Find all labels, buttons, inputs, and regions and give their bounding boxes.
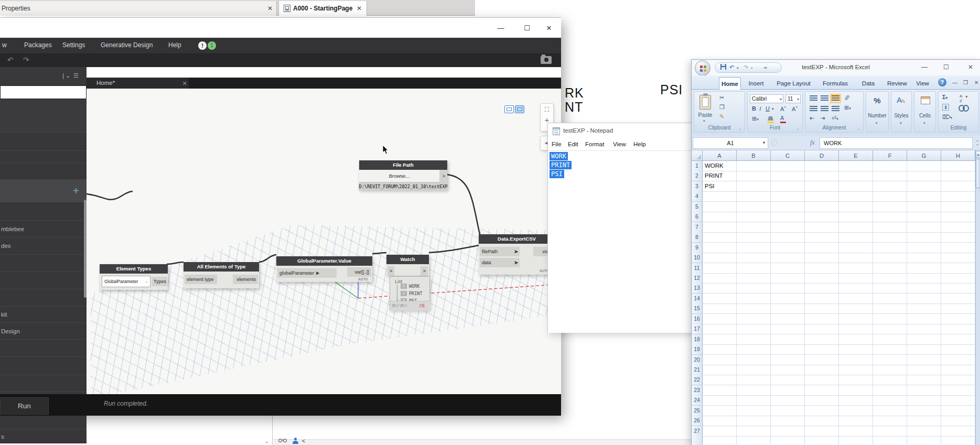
menu-item-view[interactable]: View [613,141,626,147]
column-header-E[interactable]: E [839,150,873,161]
cell-G18[interactable] [907,334,941,345]
library-item[interactable]: + [0,179,87,202]
cell-G28[interactable] [907,436,941,445]
cell-E20[interactable] [839,355,873,365]
cell-F24[interactable] [873,395,907,406]
cell-G26[interactable] [907,416,941,426]
cell-D25[interactable] [805,406,839,416]
cell-B19[interactable] [737,344,771,355]
cell-B27[interactable] [737,426,771,437]
find-select-icon[interactable] [959,105,967,110]
library-item[interactable] [0,375,87,392]
row-header-21[interactable]: 21 [692,365,703,375]
row-header-26[interactable]: 26 [692,416,703,426]
workbook-minimize-icon[interactable]: — [952,80,957,85]
cell-G1[interactable] [907,161,941,171]
cell-D10[interactable] [805,253,839,263]
cell-F19[interactable] [873,344,907,355]
cell-G21[interactable] [907,365,941,375]
cell-B3[interactable] [737,181,771,192]
cell-C21[interactable] [771,365,805,375]
row-header-7[interactable]: 7 [692,222,703,233]
formula-input[interactable]: WORK [820,137,973,149]
cell-H17[interactable] [941,324,975,334]
cell-H5[interactable] [941,202,975,212]
camera-icon[interactable] [541,56,552,64]
library-filter-icon[interactable]: ❘⌄ [61,72,70,79]
group-styles[interactable]: A✎ Styles ▾ [891,91,912,133]
cell-F10[interactable] [873,253,907,263]
cell-F21[interactable] [873,365,907,375]
cell-H13[interactable] [941,283,975,294]
browse-button[interactable]: Browse... [359,170,439,182]
menu-item-generative-design[interactable]: Generative Design [101,41,153,49]
scroll-down-icon[interactable]: ⌄ [265,439,269,444]
row-header-6[interactable]: 6 [692,212,703,222]
cell-H22[interactable] [941,375,975,385]
undo-icon[interactable]: ↶ [7,56,14,64]
cell-C28[interactable] [771,436,805,445]
row-header-8[interactable]: 8 [692,232,703,243]
minimize-icon[interactable]: — [921,63,928,71]
cell-D11[interactable] [805,263,839,274]
cell-G10[interactable] [907,253,941,263]
cell-D20[interactable] [805,355,839,365]
cell-B9[interactable] [737,243,771,253]
cell-A26[interactable] [703,416,737,426]
cell-B21[interactable] [737,365,771,375]
cell-G20[interactable] [907,355,941,365]
italic-button[interactable]: I [759,105,761,112]
cell-F18[interactable] [873,334,907,345]
cell-G6[interactable] [907,212,941,222]
cell-F5[interactable] [873,202,907,212]
tab-starting-page[interactable]: A000 - StartingPage ✕ [278,1,367,16]
cell-C7[interactable] [771,222,805,233]
cell-F4[interactable] [873,191,907,202]
cell-D1[interactable] [805,161,839,171]
close-icon[interactable]: ✕ [266,5,274,12]
output-elements[interactable]: elements [233,275,258,284]
cell-B15[interactable] [737,303,771,314]
cell-A18[interactable] [703,334,737,345]
cut-icon[interactable]: ✂ [719,94,724,101]
cell-H9[interactable] [941,243,975,253]
cell-G3[interactable] [907,181,941,192]
row-header-3[interactable]: 3 [692,181,703,192]
cell-D7[interactable] [805,222,839,233]
output-pin[interactable]: > [421,266,428,276]
cell-C2[interactable] [771,171,805,181]
underline-button[interactable]: U [766,105,770,112]
cell-E17[interactable] [839,324,873,334]
cell-D13[interactable] [805,283,839,294]
cell-A6[interactable] [703,212,737,222]
row-header-9[interactable]: 9 [692,243,703,253]
font-size-select[interactable]: 11▾ [785,94,801,103]
cell-E21[interactable] [839,365,873,375]
menu-item-help[interactable]: Help [168,41,181,49]
cell-A4[interactable] [703,191,737,202]
cell-E1[interactable] [839,161,873,171]
cell-C22[interactable] [771,375,805,385]
align-left-icon[interactable] [810,106,817,112]
column-header-D[interactable]: D [805,150,839,161]
dialog-launcher-icon[interactable]: ⌟ [739,126,744,131]
library-item[interactable]: kit [0,306,87,322]
cell-G14[interactable] [907,294,941,304]
cell-B7[interactable] [737,222,771,233]
cell-C19[interactable] [771,344,805,355]
cell-G13[interactable] [907,283,941,294]
workbook-restore-icon[interactable]: ❐ [963,80,968,85]
cell-D9[interactable] [805,243,839,253]
cell-H2[interactable] [941,171,975,181]
row-header-28[interactable] [692,436,703,445]
cell-F13[interactable] [873,283,907,294]
cell-E23[interactable] [839,385,873,396]
cell-E2[interactable] [839,171,873,181]
cell-C18[interactable] [771,334,805,345]
cell-C14[interactable] [771,294,805,304]
vertical-scrollbar[interactable]: ▲ [975,150,980,445]
menu-item-packages[interactable]: Packages [24,41,52,49]
ribbon-tab-view[interactable]: View [913,77,932,90]
cell-H7[interactable] [941,222,975,233]
cell-D5[interactable] [805,202,839,212]
